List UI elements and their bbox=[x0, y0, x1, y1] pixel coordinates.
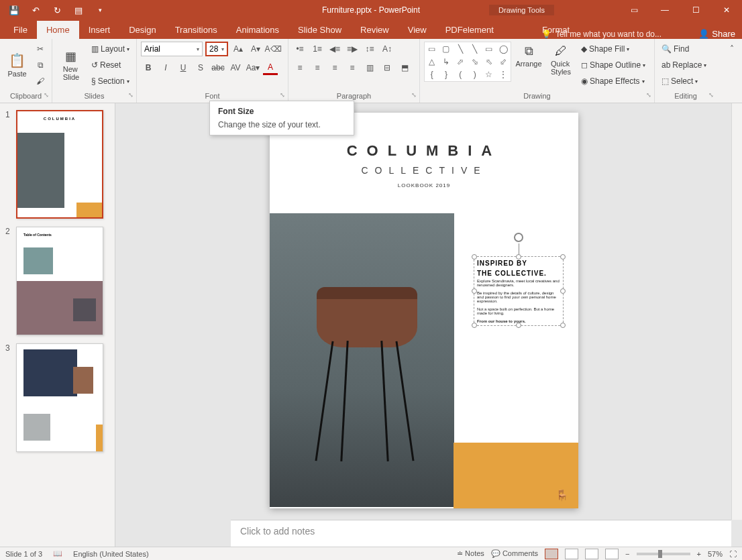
slide-sorter-view-icon[interactable] bbox=[565, 549, 578, 559]
tab-animations[interactable]: Animations bbox=[227, 21, 288, 39]
spellcheck-icon[interactable]: 📖 bbox=[53, 549, 62, 558]
shadow-icon[interactable]: S bbox=[193, 60, 208, 75]
share-icon: 👤 bbox=[698, 29, 709, 39]
shape-fill-button[interactable]: ◆Shape Fill▾ bbox=[578, 42, 648, 56]
strikethrough-icon[interactable]: abc bbox=[211, 60, 225, 75]
slide-thumbnail-3[interactable] bbox=[16, 343, 103, 452]
save-icon[interactable]: 💾 bbox=[8, 4, 20, 16]
share-button[interactable]: 👤Share bbox=[698, 29, 735, 39]
slide-thumbnail-2[interactable]: Table of Contents bbox=[16, 227, 103, 335]
tell-me-search[interactable]: 💡Tell me what you want to do... bbox=[541, 30, 661, 39]
zoom-slider[interactable] bbox=[637, 553, 690, 555]
text-direction-icon[interactable]: A↕ bbox=[380, 42, 394, 56]
shapes-gallery[interactable]: ▭▢╲╲▭◯ △↳⬀⬂⬁⬃ {}()☆⋮ bbox=[424, 42, 511, 82]
slide-title: COLUMBIA bbox=[270, 142, 578, 160]
maximize-icon[interactable]: ☐ bbox=[680, 0, 711, 20]
reset-button[interactable]: ↺Reset bbox=[89, 58, 132, 72]
smartart-icon[interactable]: ⬒ bbox=[397, 60, 412, 75]
bullets-icon[interactable]: •≡ bbox=[293, 42, 307, 56]
chair-image[interactable] bbox=[270, 213, 454, 507]
underline-icon[interactable]: U bbox=[176, 60, 191, 75]
status-language[interactable]: English (United States) bbox=[73, 550, 149, 558]
bold-icon[interactable]: B bbox=[141, 60, 156, 75]
arrange-button[interactable]: ⧉Arrange bbox=[514, 42, 543, 70]
format-painter-icon[interactable]: 🖌 bbox=[33, 74, 48, 89]
increase-font-icon[interactable]: A▴ bbox=[231, 42, 246, 56]
columns-icon[interactable]: ▥ bbox=[362, 60, 377, 75]
comments-toggle[interactable]: 💬 Comments bbox=[491, 549, 538, 558]
redo-icon[interactable]: ↻ bbox=[51, 4, 63, 16]
tab-view[interactable]: View bbox=[399, 21, 436, 39]
layout-button[interactable]: ▥Layout▾ bbox=[89, 42, 132, 56]
find-button[interactable]: 🔍Find bbox=[659, 42, 712, 56]
thumb-number: 3 bbox=[5, 343, 12, 452]
change-case-icon[interactable]: Aa▾ bbox=[246, 60, 260, 75]
slideshow-view-icon[interactable] bbox=[605, 549, 619, 559]
shape-effects-button[interactable]: ◉Shape Effects▾ bbox=[578, 74, 648, 89]
orange-block[interactable]: 🪑 bbox=[454, 443, 578, 508]
vertical-scrollbar[interactable] bbox=[731, 103, 742, 520]
paste-button[interactable]: 📋 Paste bbox=[4, 50, 30, 80]
tab-design[interactable]: Design bbox=[119, 21, 165, 39]
increase-indent-icon[interactable]: ≡▶ bbox=[345, 42, 360, 56]
align-left-icon[interactable]: ≡ bbox=[293, 60, 307, 75]
new-slide-button[interactable]: ▦ New Slide bbox=[56, 46, 86, 84]
normal-view-icon[interactable] bbox=[545, 549, 558, 559]
fit-to-window-icon[interactable]: ⛶ bbox=[729, 550, 737, 558]
zoom-percent[interactable]: 57% bbox=[708, 550, 723, 558]
selected-text-box[interactable]: INSPIRED BY THE COLLECTIVE. Explore Scan… bbox=[474, 256, 564, 326]
section-icon: § bbox=[91, 76, 96, 86]
notes-pane[interactable]: Click to add notes bbox=[231, 520, 731, 547]
char-spacing-icon[interactable]: AV bbox=[228, 60, 243, 75]
italic-icon[interactable]: I bbox=[158, 60, 173, 75]
qat-more-icon[interactable]: ▾ bbox=[94, 4, 106, 16]
tab-insert[interactable]: Insert bbox=[79, 21, 120, 39]
shape-outline-button[interactable]: ◻Shape Outline▾ bbox=[578, 58, 648, 72]
font-size-combo[interactable]: 28▾ bbox=[205, 42, 228, 56]
tab-home[interactable]: Home bbox=[37, 21, 79, 39]
cut-icon[interactable]: ✂ bbox=[33, 42, 48, 56]
slide-thumbnail-pane[interactable]: 1 COLUMBIA 2 Table of Contents 3 bbox=[0, 103, 115, 547]
slide-thumbnail-1[interactable]: COLUMBIA bbox=[16, 110, 103, 219]
line-spacing-icon[interactable]: ↕≡ bbox=[362, 42, 377, 56]
align-center-icon[interactable]: ≡ bbox=[310, 60, 325, 75]
decrease-indent-icon[interactable]: ◀≡ bbox=[327, 42, 342, 56]
tab-file[interactable]: File bbox=[4, 21, 37, 39]
numbering-icon[interactable]: 1≡ bbox=[310, 42, 325, 56]
clear-formatting-icon[interactable]: A⌫ bbox=[266, 42, 280, 56]
thumb-number: 2 bbox=[5, 227, 12, 335]
tab-pdfelement[interactable]: PDFelement bbox=[436, 21, 503, 39]
tab-transitions[interactable]: Transitions bbox=[166, 21, 227, 39]
decrease-font-icon[interactable]: A▾ bbox=[248, 42, 263, 56]
tab-review[interactable]: Review bbox=[351, 21, 399, 39]
copy-icon[interactable]: ⧉ bbox=[33, 58, 48, 72]
select-button[interactable]: ⬚Select▾ bbox=[659, 74, 712, 89]
zoom-in-icon[interactable]: + bbox=[697, 550, 701, 558]
ribbon-display-icon[interactable]: ▭ bbox=[619, 0, 649, 20]
start-from-beginning-icon[interactable]: ▤ bbox=[72, 4, 85, 16]
replace-button[interactable]: abReplace▾ bbox=[659, 58, 712, 72]
justify-icon[interactable]: ≡ bbox=[345, 60, 360, 75]
align-text-icon[interactable]: ⊟ bbox=[380, 60, 394, 75]
group-slides-label: Slides bbox=[56, 91, 132, 103]
close-icon[interactable]: ✕ bbox=[711, 0, 742, 20]
reading-view-icon[interactable] bbox=[585, 549, 598, 559]
arrange-icon: ⧉ bbox=[525, 44, 533, 58]
font-color-icon[interactable]: A bbox=[263, 60, 278, 75]
notes-toggle[interactable]: ≐ Notes bbox=[457, 549, 484, 558]
align-right-icon[interactable]: ≡ bbox=[327, 60, 342, 75]
clipboard-icon: 📋 bbox=[9, 52, 25, 68]
tab-slideshow[interactable]: Slide Show bbox=[288, 21, 351, 39]
undo-icon[interactable]: ↶ bbox=[30, 4, 42, 16]
quick-styles-button[interactable]: 🖊Quick Styles bbox=[546, 42, 576, 78]
collapse-ribbon-icon[interactable]: ˄ bbox=[725, 42, 739, 56]
slide-canvas[interactable]: COLUMBIA COLLECTIVE LOOKBOOK 2019 🪑 bbox=[270, 113, 578, 508]
quick-styles-icon: 🖊 bbox=[555, 44, 567, 58]
minimize-icon[interactable]: — bbox=[649, 0, 680, 20]
section-button[interactable]: §Section▾ bbox=[89, 74, 132, 89]
replace-icon: ab bbox=[661, 60, 670, 70]
rotate-handle-icon[interactable] bbox=[514, 233, 523, 242]
zoom-out-icon[interactable]: − bbox=[625, 550, 629, 558]
font-name-combo[interactable]: Arial▾ bbox=[141, 42, 203, 56]
slide-editor[interactable]: COLUMBIA COLLECTIVE LOOKBOOK 2019 🪑 bbox=[115, 103, 742, 547]
